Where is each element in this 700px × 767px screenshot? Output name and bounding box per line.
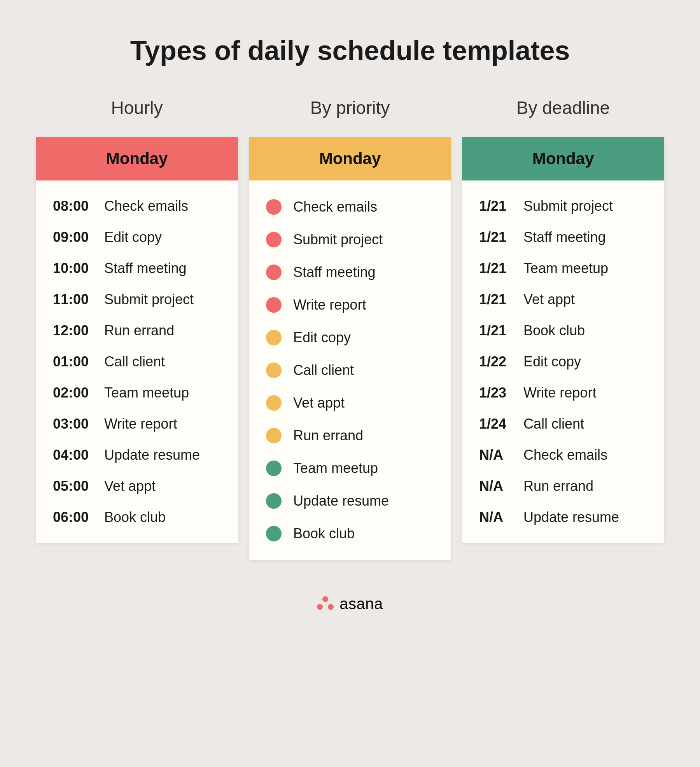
list-item: 1/21Staff meeting: [479, 230, 650, 244]
item-time: 11:00: [53, 292, 95, 306]
list-item: 06:00Book club: [53, 510, 224, 524]
list-item: 1/22Edit copy: [479, 355, 650, 369]
schedule-column: HourlyMonday08:00Check emails09:00Edit c…: [36, 97, 238, 560]
brand-name: asana: [340, 595, 383, 613]
item-time: 01:00: [53, 355, 95, 369]
item-task: Team meetup: [293, 461, 378, 475]
card-header: Monday: [36, 137, 238, 180]
item-task: Vet appt: [104, 479, 156, 493]
list-item: Write report: [266, 297, 437, 313]
column-heading: By priority: [310, 97, 390, 118]
column-heading: By deadline: [516, 97, 610, 118]
list-item: 05:00Vet appt: [53, 479, 224, 493]
list-item: N/ACheck emails: [479, 448, 650, 462]
card-body: Check emailsSubmit projectStaff meetingW…: [249, 180, 451, 560]
item-date: 1/21: [479, 261, 514, 275]
schedule-column: By priorityMondayCheck emailsSubmit proj…: [249, 97, 451, 560]
item-task: Check emails: [293, 200, 377, 214]
item-date: 1/21: [479, 230, 514, 244]
list-item: Book club: [266, 526, 437, 541]
priority-dot-icon: [266, 297, 282, 313]
item-task: Write report: [523, 386, 596, 400]
item-task: Book club: [293, 527, 355, 541]
list-item: 01:00Call client: [53, 355, 224, 369]
list-item: 10:00Staff meeting: [53, 261, 224, 275]
item-task: Write report: [104, 417, 177, 431]
list-item: 09:00Edit copy: [53, 230, 224, 244]
item-task: Submit project: [293, 233, 383, 247]
list-item: 12:00Run errand: [53, 324, 224, 338]
item-time: 03:00: [53, 417, 95, 431]
item-task: Run errand: [104, 324, 174, 338]
item-date: N/A: [479, 510, 514, 524]
item-date: N/A: [479, 479, 514, 493]
schedule-card: Monday08:00Check emails09:00Edit copy10:…: [36, 137, 238, 543]
list-item: Vet appt: [266, 395, 437, 411]
list-item: N/ARun errand: [479, 479, 650, 493]
priority-dot-icon: [266, 493, 282, 509]
item-task: Edit copy: [293, 331, 351, 345]
list-item: 1/23Write report: [479, 386, 650, 400]
item-task: Call client: [523, 417, 584, 431]
schedule-card: Monday1/21Submit project1/21Staff meetin…: [462, 137, 664, 543]
list-item: 03:00Write report: [53, 417, 224, 431]
item-time: 06:00: [53, 510, 95, 524]
item-date: 1/21: [479, 324, 514, 338]
list-item: 1/21Submit project: [479, 199, 650, 213]
item-task: Update resume: [293, 494, 389, 508]
item-task: Run errand: [293, 429, 363, 443]
column-heading: Hourly: [111, 97, 163, 118]
card-body: 1/21Submit project1/21Staff meeting1/21T…: [462, 180, 664, 543]
footer: asana: [31, 595, 669, 613]
priority-dot-icon: [266, 232, 282, 247]
priority-dot-icon: [266, 362, 282, 378]
item-task: Call client: [104, 355, 165, 369]
item-task: Submit project: [523, 199, 613, 213]
item-task: Vet appt: [523, 292, 575, 306]
item-date: 1/24: [479, 417, 514, 431]
asana-logo-icon: [317, 596, 334, 612]
item-task: Run errand: [523, 479, 593, 493]
columns-container: HourlyMonday08:00Check emails09:00Edit c…: [31, 97, 669, 560]
item-task: Team meetup: [104, 386, 189, 400]
item-task: Book club: [104, 510, 166, 524]
priority-dot-icon: [266, 395, 282, 411]
item-time: 04:00: [53, 448, 95, 462]
card-header: Monday: [249, 137, 451, 180]
list-item: 04:00Update resume: [53, 448, 224, 462]
item-task: Team meetup: [523, 261, 608, 275]
list-item: 02:00Team meetup: [53, 386, 224, 400]
schedule-column: By deadlineMonday1/21Submit project1/21S…: [462, 97, 664, 560]
list-item: Run errand: [266, 428, 437, 443]
list-item: Edit copy: [266, 330, 437, 345]
item-time: 10:00: [53, 261, 95, 275]
item-task: Check emails: [104, 199, 188, 213]
item-time: 08:00: [53, 199, 95, 213]
item-task: Book club: [523, 324, 585, 338]
item-task: Update resume: [104, 448, 200, 462]
page-title: Types of daily schedule templates: [31, 35, 669, 66]
item-date: 1/21: [479, 199, 514, 213]
item-time: 12:00: [53, 324, 95, 338]
list-item: 1/21Book club: [479, 324, 650, 338]
item-task: Staff meeting: [293, 265, 375, 279]
list-item: Call client: [266, 362, 437, 378]
item-task: Edit copy: [104, 230, 162, 244]
priority-dot-icon: [266, 461, 282, 476]
card-header: Monday: [462, 137, 664, 180]
item-task: Write report: [293, 298, 366, 312]
item-task: Staff meeting: [104, 261, 186, 275]
item-time: 02:00: [53, 386, 95, 400]
item-time: 05:00: [53, 479, 95, 493]
list-item: N/AUpdate resume: [479, 510, 650, 524]
schedule-card: MondayCheck emailsSubmit projectStaff me…: [249, 137, 451, 560]
list-item: Staff meeting: [266, 264, 437, 280]
item-task: Call client: [293, 363, 354, 377]
item-time: 09:00: [53, 230, 95, 244]
list-item: 08:00Check emails: [53, 199, 224, 213]
card-body: 08:00Check emails09:00Edit copy10:00Staf…: [36, 180, 238, 543]
list-item: Submit project: [266, 232, 437, 247]
priority-dot-icon: [266, 330, 282, 345]
list-item: 1/21Team meetup: [479, 261, 650, 275]
list-item: 11:00Submit project: [53, 292, 224, 306]
